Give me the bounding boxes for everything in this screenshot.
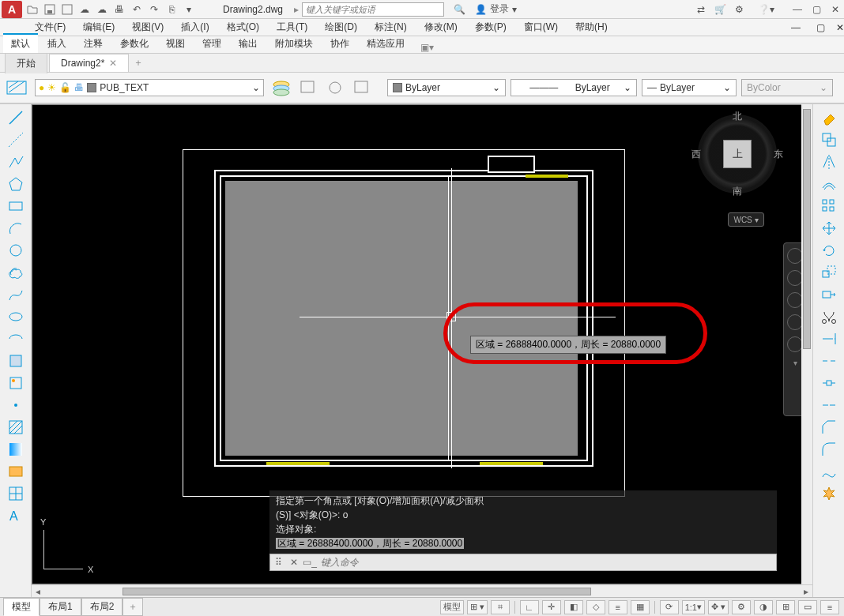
zoom-extents-icon[interactable] xyxy=(787,292,803,308)
print-icon[interactable]: 🖶 xyxy=(112,2,126,17)
ribbon-tab-featured[interactable]: 精选应用 xyxy=(359,35,413,53)
break-tool-icon[interactable] xyxy=(816,373,842,393)
line-tool-icon[interactable] xyxy=(3,107,28,128)
anno-scale-icon[interactable]: ⟳ xyxy=(660,600,679,614)
customize-status-icon[interactable]: ≡ xyxy=(820,600,839,614)
doc-tab-home[interactable]: 开始 xyxy=(5,53,47,73)
doc-tab-current[interactable]: Drawing2* ✕ xyxy=(49,54,129,72)
scroll-thumb-vertical[interactable] xyxy=(803,109,811,349)
linetype-dropdown[interactable]: ByLayer ⌄ xyxy=(387,79,506,96)
pan-icon[interactable] xyxy=(787,270,803,286)
menu-view[interactable]: 视图(V) xyxy=(129,19,167,36)
rectangle-tool-icon[interactable] xyxy=(3,196,28,216)
qat-more-icon[interactable]: ▾ xyxy=(182,2,196,17)
text-tool-icon[interactable]: A xyxy=(3,505,28,526)
search-input[interactable] xyxy=(302,2,444,17)
layers-manage-icon[interactable] xyxy=(269,77,294,98)
snap-toggle-icon[interactable]: ⌗ xyxy=(491,600,510,614)
mirror-tool-icon[interactable] xyxy=(816,152,842,172)
extend-tool-icon[interactable] xyxy=(816,329,842,349)
chamfer-tool-icon[interactable] xyxy=(816,417,842,438)
saveas-icon[interactable] xyxy=(60,2,74,17)
plotstyle-dropdown[interactable]: — ByLayer ⌄ xyxy=(642,79,737,96)
circle-tool-icon[interactable] xyxy=(3,240,28,261)
orbit-icon[interactable] xyxy=(787,314,803,330)
gizmo-toggle-icon[interactable]: ✥ ▾ xyxy=(708,600,729,614)
ortho-toggle-icon[interactable]: ∟ xyxy=(520,600,539,614)
showmotion-icon[interactable] xyxy=(787,336,803,352)
table-tool-icon[interactable] xyxy=(3,483,28,504)
explode-tool-icon[interactable] xyxy=(816,483,842,504)
steering-wheel-icon[interactable] xyxy=(787,248,803,264)
revision-cloud-icon[interactable] xyxy=(3,262,28,283)
mdi-close-icon[interactable]: ✕ xyxy=(836,22,844,33)
join-tool-icon[interactable] xyxy=(816,395,842,415)
grid-toggle-icon[interactable]: ⊞ ▾ xyxy=(467,600,488,614)
polygon-tool-icon[interactable] xyxy=(3,174,28,194)
ribbon-expand-icon[interactable]: ▣▾ xyxy=(420,42,434,53)
make-block-icon[interactable] xyxy=(3,373,28,393)
new-tab-button[interactable]: ＋ xyxy=(130,56,146,69)
iso-toggle-icon[interactable]: ◧ xyxy=(564,600,583,614)
ribbon-tab-manage[interactable]: 管理 xyxy=(194,35,229,53)
clean-screen-icon[interactable]: ▭ xyxy=(798,600,817,614)
viewcube-north[interactable]: 北 xyxy=(733,110,742,123)
anno-monitor-icon[interactable]: ◑ xyxy=(754,600,773,614)
insert-block-icon[interactable] xyxy=(3,351,28,371)
menu-dim[interactable]: 标注(N) xyxy=(371,19,410,36)
layout-tab-2[interactable]: 布局2 xyxy=(81,598,123,616)
window-restore-icon[interactable]: ▢ xyxy=(809,2,823,17)
open-icon[interactable] xyxy=(25,2,40,17)
wcs-badge[interactable]: WCS ▾ xyxy=(728,212,764,227)
vertical-scrollbar[interactable] xyxy=(801,104,812,584)
ribbon-tab-addins[interactable]: 附加模块 xyxy=(267,35,321,53)
cmd-handle-icon[interactable]: ⠿ xyxy=(270,557,286,568)
layout-tab-model[interactable]: 模型 xyxy=(3,598,40,616)
viewcube-east[interactable]: 东 xyxy=(774,148,783,161)
cart-icon[interactable]: 🛒 xyxy=(713,2,727,17)
login-button[interactable]: 👤 登录 ▾ xyxy=(475,2,517,16)
cloud-save-icon[interactable]: ☁ xyxy=(95,2,109,17)
menu-insert[interactable]: 插入(I) xyxy=(178,19,212,36)
hw-accel-icon[interactable]: ⊞ xyxy=(776,600,795,614)
construction-line-icon[interactable] xyxy=(3,130,28,150)
layer-hatch-icon[interactable] xyxy=(5,77,30,98)
drawing-canvas[interactable]: 区域 = 26888400.0000，周长 = 20880.0000 上 北 南… xyxy=(32,104,812,584)
horizontal-scrollbar[interactable]: ◂ ▸ xyxy=(32,584,812,597)
window-minimize-icon[interactable]: — xyxy=(790,2,804,17)
erase-tool-icon[interactable] xyxy=(816,107,842,128)
mdi-restore-icon[interactable]: ▢ xyxy=(816,22,825,33)
viewcube-south[interactable]: 南 xyxy=(733,185,742,198)
color-dropdown[interactable]: ByColor ⌄ xyxy=(741,79,833,96)
scroll-thumb[interactable] xyxy=(122,588,591,595)
viewcube[interactable]: 上 北 南 西 东 xyxy=(698,115,777,193)
cmd-prompt-icon[interactable]: ▭_ xyxy=(302,557,318,568)
status-model-button[interactable]: 模型 xyxy=(440,600,464,614)
ribbon-tab-output[interactable]: 输出 xyxy=(231,35,266,53)
menu-edit[interactable]: 编辑(E) xyxy=(80,19,118,36)
ribbon-tab-collab[interactable]: 协作 xyxy=(322,35,357,53)
layer-state-icon[interactable] xyxy=(349,77,375,98)
menu-param[interactable]: 参数(P) xyxy=(472,19,510,36)
window-close-icon[interactable]: ✕ xyxy=(828,2,842,17)
blend-tool-icon[interactable] xyxy=(816,461,842,482)
cmd-close-icon[interactable]: ✕ xyxy=(286,557,302,568)
cloud-open-icon[interactable]: ☁ xyxy=(77,2,92,17)
move-tool-icon[interactable] xyxy=(816,218,842,239)
ribbon-tab-view[interactable]: 视图 xyxy=(158,35,193,53)
hatch-tool-icon[interactable] xyxy=(3,417,28,438)
help-icon[interactable]: ❔▾ xyxy=(759,2,773,17)
share-icon[interactable]: ⎘ xyxy=(164,2,179,17)
arc-tool-icon[interactable] xyxy=(3,218,28,239)
save-icon[interactable] xyxy=(43,2,57,17)
ellipse-arc-tool-icon[interactable] xyxy=(3,329,28,349)
lineweight-dropdown[interactable]: ——— ByLayer ⌄ xyxy=(511,79,637,96)
scale-tool-icon[interactable] xyxy=(816,262,842,283)
menu-draw[interactable]: 绘图(D) xyxy=(322,19,360,36)
offset-tool-icon[interactable] xyxy=(816,174,842,194)
viewcube-west[interactable]: 西 xyxy=(691,148,701,161)
osnap-toggle-icon[interactable]: ◇ xyxy=(586,600,605,614)
lineweight-toggle-icon[interactable]: ≡ xyxy=(609,600,627,614)
layer-match-icon[interactable] xyxy=(296,77,321,98)
redo-icon[interactable]: ↷ xyxy=(147,2,161,17)
